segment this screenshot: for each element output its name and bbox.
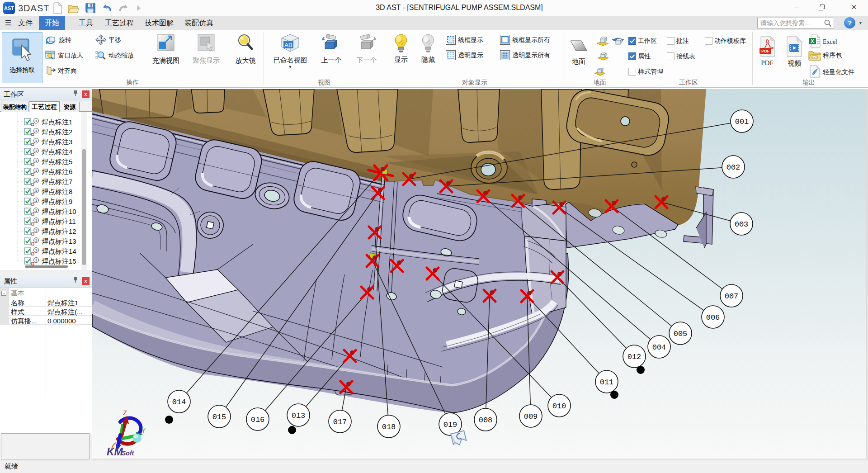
svg-text:014: 014 [172,398,186,407]
svg-text:1: 1 [35,179,38,183]
svg-text:1: 1 [35,238,38,242]
svg-text:焊点标注11: 焊点标注11 [42,218,76,225]
svg-text:012: 012 [627,353,642,361]
svg-text:1: 1 [35,169,38,173]
svg-text:焊点标注8: 焊点标注8 [42,188,72,195]
svg-text:016: 016 [251,416,265,424]
svg-text:002: 002 [726,163,741,172]
svg-text:KM: KM [107,446,123,458]
svg-text:004: 004 [652,343,666,352]
svg-text:1: 1 [35,189,38,193]
svg-text:焊点标注1: 焊点标注1 [42,118,72,126]
svg-text:017: 017 [333,418,347,426]
svg-text:EXE: EXE [812,56,817,59]
svg-text:1: 1 [35,248,38,252]
svg-text:焊点标注4: 焊点标注4 [42,148,72,156]
svg-text:PDF: PDF [761,49,770,53]
svg-text:焊点标注14: 焊点标注14 [42,247,76,255]
svg-text:1: 1 [35,119,38,123]
svg-text:1: 1 [35,228,38,232]
svg-text:010: 010 [552,402,566,411]
svg-text:005: 005 [674,330,688,338]
svg-text:1: 1 [35,139,38,143]
svg-text:003: 003 [735,220,749,229]
svg-text:焊点标注15: 焊点标注15 [42,257,76,265]
svg-text:1: 1 [35,208,38,213]
svg-text:焊点标注5: 焊点标注5 [42,158,72,166]
svg-text:焊点标注2: 焊点标注2 [42,128,72,136]
svg-text:Soft: Soft [122,449,135,457]
svg-text:焊点标注7: 焊点标注7 [42,178,72,185]
svg-text:1: 1 [35,218,38,222]
svg-text:焊点标注10: 焊点标注10 [42,208,76,215]
svg-text:015: 015 [212,413,226,421]
svg-text:焊点标注13: 焊点标注13 [42,237,76,245]
svg-text:X: X [811,38,814,44]
svg-text:019: 019 [443,421,458,429]
svg-text:008: 008 [479,416,493,425]
svg-text:焊点标注12: 焊点标注12 [42,227,76,235]
svg-text:011: 011 [600,378,614,387]
svg-text:Y: Y [142,427,146,435]
svg-text:Z: Z [123,410,127,417]
svg-text:1: 1 [35,258,38,262]
svg-text:焊点标注3: 焊点标注3 [42,138,72,146]
svg-text:1: 1 [35,129,38,133]
svg-text:1: 1 [35,149,38,153]
svg-text:1: 1 [35,159,38,163]
svg-text:007: 007 [725,292,739,301]
svg-text:1: 1 [35,199,38,203]
svg-text:焊点标注6: 焊点标注6 [42,168,72,175]
svg-text:001: 001 [735,118,749,126]
svg-text:AB: AB [284,42,292,48]
svg-text:006: 006 [706,313,720,322]
svg-text:018: 018 [382,423,396,431]
svg-text:焊点标注9: 焊点标注9 [42,198,72,205]
svg-text:009: 009 [524,412,538,421]
svg-text:013: 013 [292,412,306,420]
